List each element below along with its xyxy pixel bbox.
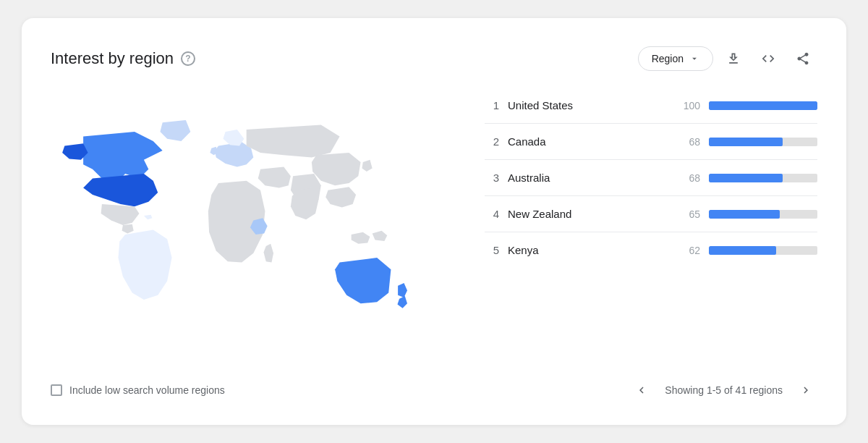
header-right: Region xyxy=(638,44,817,73)
region-bar-container xyxy=(709,210,817,219)
map-section xyxy=(51,88,470,366)
region-bar-container xyxy=(709,138,817,146)
madagascar-region xyxy=(264,244,274,263)
pagination: Showing 1-5 of 41 regions xyxy=(630,379,817,402)
region-row[interactable]: 5 Kenya 62 xyxy=(485,232,817,268)
pagination-text: Showing 1-5 of 41 regions xyxy=(665,384,783,396)
low-volume-label: Include low search volume regions xyxy=(69,384,225,396)
mexico-region xyxy=(101,204,140,225)
region-bar-fill xyxy=(709,101,817,110)
low-volume-checkbox-label[interactable]: Include low search volume regions xyxy=(51,384,225,396)
interest-by-region-card: Interest by region ? Region xyxy=(22,18,846,425)
region-bar-fill xyxy=(709,246,776,255)
region-bar-container xyxy=(709,174,817,182)
usa-region xyxy=(83,174,158,206)
indonesia-region xyxy=(352,231,388,244)
region-name: New Zealand xyxy=(508,208,665,220)
region-score: 65 xyxy=(674,208,700,220)
russia-region xyxy=(247,125,340,157)
region-rank: 4 xyxy=(485,208,499,220)
china-region xyxy=(312,153,361,185)
region-row[interactable]: 4 New Zealand 65 xyxy=(485,196,817,232)
region-score: 100 xyxy=(674,100,700,111)
share-button[interactable] xyxy=(788,44,817,73)
south-america-region xyxy=(118,229,171,300)
card-footer: Include low search volume regions Showin… xyxy=(51,379,817,402)
download-icon xyxy=(726,51,741,66)
card-title: Interest by region xyxy=(51,49,174,68)
region-bar-fill xyxy=(709,174,783,182)
region-score: 68 xyxy=(674,172,700,184)
region-score: 68 xyxy=(674,136,700,148)
embed-icon xyxy=(761,51,775,66)
region-bar-container xyxy=(709,101,817,110)
card-header: Interest by region ? Region xyxy=(51,44,817,73)
help-icon[interactable]: ? xyxy=(181,51,195,66)
region-row[interactable]: 2 Canada 68 xyxy=(485,124,817,160)
region-bar-fill xyxy=(709,210,780,219)
region-rank: 2 xyxy=(485,135,499,148)
greenland-region xyxy=(160,120,190,141)
region-rank: 3 xyxy=(485,172,499,184)
caribbean-region xyxy=(144,215,153,219)
main-content: 1 United States 100 2 Canada 68 3 Austra… xyxy=(51,88,817,366)
middle-east-region xyxy=(258,166,291,187)
region-rank: 5 xyxy=(485,244,499,256)
prev-page-button[interactable] xyxy=(630,379,653,402)
se-asia-region xyxy=(326,187,356,207)
japan-region xyxy=(362,160,372,172)
share-icon xyxy=(796,51,810,66)
region-name: Kenya xyxy=(508,244,665,256)
central-america-region xyxy=(122,224,134,234)
chevron-right-icon xyxy=(799,384,812,397)
region-dropdown-button[interactable]: Region xyxy=(638,46,713,71)
canada-region xyxy=(83,132,163,183)
header-left: Interest by region ? xyxy=(51,49,195,68)
region-bar-container xyxy=(709,246,817,255)
region-label: Region xyxy=(652,53,684,64)
australia-region xyxy=(335,258,391,303)
chevron-left-icon xyxy=(635,384,648,397)
world-map xyxy=(51,88,470,363)
download-button[interactable] xyxy=(719,44,748,73)
region-name: United States xyxy=(508,99,665,111)
region-name: Australia xyxy=(508,172,665,184)
region-name: Canada xyxy=(508,135,665,148)
low-volume-checkbox[interactable] xyxy=(51,384,62,396)
region-score: 62 xyxy=(674,245,700,256)
region-bar-fill xyxy=(709,138,783,146)
next-page-button[interactable] xyxy=(794,379,817,402)
embed-button[interactable] xyxy=(754,44,783,73)
region-rank: 1 xyxy=(485,99,499,111)
scandinavia-region xyxy=(223,130,244,146)
region-row[interactable]: 3 Australia 68 xyxy=(485,160,817,196)
new-zealand-region xyxy=(397,283,407,308)
region-row[interactable]: 1 United States 100 xyxy=(485,88,817,124)
chevron-down-icon xyxy=(689,54,699,64)
regions-list: 1 United States 100 2 Canada 68 3 Austra… xyxy=(470,88,817,366)
